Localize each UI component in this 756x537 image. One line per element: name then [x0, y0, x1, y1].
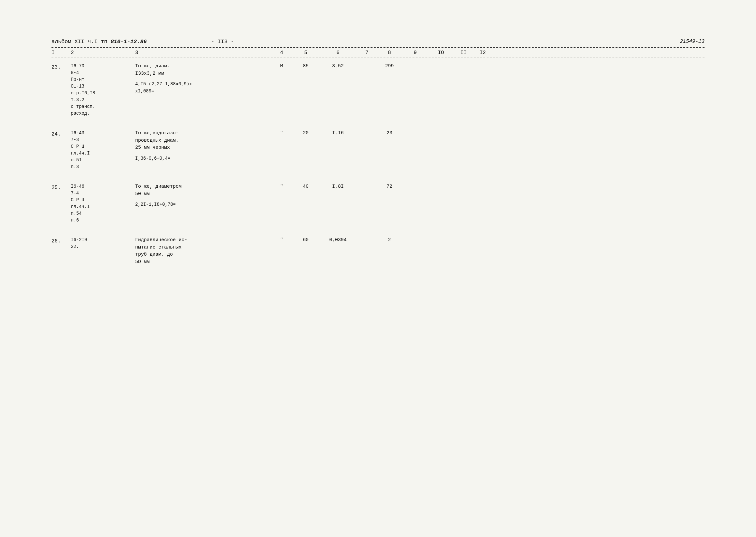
- col-label-9: 9: [414, 50, 417, 56]
- row-23-ref: I6-70 8-4 Пр-нт 01-13 стр.I6,I8 т.3.2 с …: [71, 63, 135, 117]
- row-25-col6: I,8I: [319, 183, 357, 190]
- row-26-col5: 60: [293, 237, 319, 244]
- header-left: альбом XII ч.I тп 810-1-12.86: [52, 39, 147, 45]
- col-label-11: II: [460, 50, 466, 56]
- col-label-3: 3: [135, 50, 139, 56]
- row-25-desc: То же, диаметром 50 мм 2,2I-1,I8+0,78=: [135, 183, 270, 208]
- row-24-col5: 20: [293, 130, 319, 137]
- col-header-10: IO: [428, 50, 454, 56]
- col-header-2: 2: [71, 50, 135, 56]
- header-bold: 810-1-12.86: [111, 39, 147, 45]
- row-26-col4: ": [270, 237, 293, 244]
- row-25-num: 25.: [52, 183, 71, 191]
- table-row: 23. I6-70 8-4 Пр-нт 01-13 стр.I6,I8 т.3.…: [52, 58, 704, 120]
- col-header-4: 4: [270, 50, 293, 56]
- row-26-desc: Гидравлическое ис- пытание стальных труб…: [135, 237, 270, 266]
- col-header-8: 8: [377, 50, 402, 56]
- col-label-2: 2: [71, 50, 74, 56]
- row-25-col4: ": [270, 183, 293, 190]
- col-header-1: I: [52, 50, 71, 56]
- row-26-num: 26.: [52, 237, 71, 245]
- col-header-9: 9: [402, 50, 428, 56]
- row-23-num: 23.: [52, 63, 71, 71]
- col-label-12: I2: [480, 50, 486, 56]
- col-label-8: 8: [388, 50, 391, 56]
- row-24-col4: ": [270, 130, 293, 137]
- row-24-col6: I,I6: [319, 130, 357, 137]
- col-label-7: 7: [365, 50, 369, 56]
- col-label-5: 5: [304, 50, 307, 56]
- column-header-row: I 2 3 4 5 6 7 8 9 IO II: [52, 50, 704, 58]
- row-23-col6: 3,52: [319, 63, 357, 70]
- col-header-3: 3: [135, 50, 270, 56]
- header-center: - II3 -: [211, 39, 234, 45]
- col-header-11: II: [454, 50, 473, 56]
- col-header-5: 5: [293, 50, 319, 56]
- row-24-num: 24.: [52, 130, 71, 138]
- col-header-7: 7: [357, 50, 377, 56]
- row-26-col6: 0,0394: [319, 237, 357, 244]
- row-23-desc: То же, диам. I33x3,2 мм 4,I5-(2,27-1,88x…: [135, 63, 270, 95]
- col-label-4: 4: [280, 50, 283, 56]
- main-table: I 2 3 4 5 6 7 8 9 IO II: [52, 50, 704, 269]
- row-24-desc: То же,водогазо- проводных диам. 25 мм че…: [135, 130, 270, 162]
- row-25-col8: 72: [377, 183, 402, 190]
- row-25-ref: I6-46 7-4 С Р Ц гл.4ч.I п.54 п.6: [71, 183, 135, 224]
- page-header: альбом XII ч.I тп 810-1-12.86 - II3 - 21…: [52, 39, 704, 45]
- col-label-10: IO: [438, 50, 444, 56]
- table-row: 24. I6-43 7-3 С Р Ц гл.4ч.I п.51 п.3 То …: [52, 120, 704, 174]
- top-divider: [52, 47, 704, 48]
- table-row: 26. I6-2I9 22. Гидравлическое ис- пытани…: [52, 227, 704, 269]
- row-23-col8: 299: [377, 63, 402, 70]
- header-right: 21549-13: [680, 39, 704, 44]
- row-24-col8: 23: [377, 130, 402, 137]
- row-23-col4: M: [270, 63, 293, 70]
- col-header-12: I2: [473, 50, 493, 56]
- row-24-ref: I6-43 7-3 С Р Ц гл.4ч.I п.51 п.3: [71, 130, 135, 170]
- col-header-6: 6: [319, 50, 357, 56]
- row-26-col8: 2: [377, 237, 402, 244]
- col-label-1: I: [52, 50, 55, 56]
- table-row: 25. I6-46 7-4 С Р Ц гл.4ч.I п.54 п.6 То …: [52, 174, 704, 227]
- row-26-ref: I6-2I9 22.: [71, 237, 135, 250]
- row-25-col5: 40: [293, 183, 319, 190]
- header-prefix: альбом XII ч.I тп: [52, 39, 111, 45]
- row-23-col5: 85: [293, 63, 319, 70]
- col-label-6: 6: [336, 50, 339, 56]
